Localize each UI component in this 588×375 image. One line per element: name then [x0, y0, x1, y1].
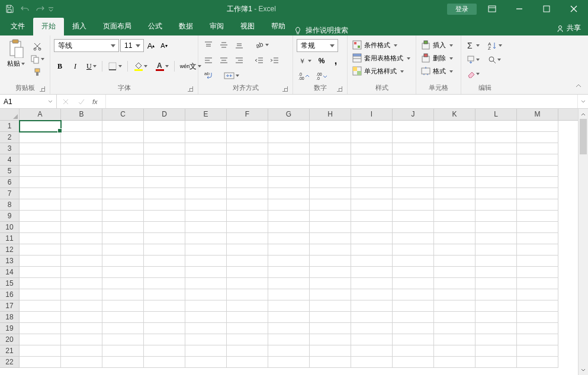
cell[interactable] — [268, 154, 310, 166]
cell[interactable] — [185, 357, 227, 368]
cell[interactable] — [310, 334, 351, 345]
cell[interactable] — [102, 300, 144, 312]
column-header[interactable]: M — [517, 109, 558, 120]
cell[interactable] — [351, 233, 393, 244]
cell[interactable] — [185, 345, 227, 357]
bold-button[interactable]: B — [54, 60, 66, 72]
format-cells-button[interactable]: 格式 — [420, 66, 454, 76]
cell[interactable] — [268, 188, 310, 199]
cell[interactable] — [393, 132, 434, 143]
cell[interactable] — [517, 334, 558, 345]
cell[interactable] — [434, 334, 475, 345]
cell[interactable] — [144, 334, 185, 345]
cell[interactable] — [20, 166, 61, 177]
cell[interactable] — [102, 222, 144, 233]
cell[interactable] — [517, 278, 558, 289]
cell[interactable] — [20, 278, 61, 289]
cell[interactable] — [144, 177, 185, 188]
cell[interactable] — [227, 211, 268, 222]
vertical-scrollbar[interactable] — [578, 109, 588, 375]
cell[interactable] — [517, 166, 558, 177]
cell[interactable] — [102, 188, 144, 199]
cell[interactable] — [475, 244, 517, 256]
cell[interactable] — [434, 323, 475, 334]
cell[interactable] — [434, 222, 475, 233]
cell[interactable] — [393, 345, 434, 357]
cell[interactable] — [144, 121, 185, 132]
cell[interactable] — [310, 143, 351, 154]
scroll-down-button[interactable] — [579, 365, 588, 375]
cell[interactable] — [475, 132, 517, 143]
align-bottom-button[interactable] — [233, 39, 246, 51]
cell[interactable] — [227, 199, 268, 211]
cell[interactable] — [393, 357, 434, 368]
cell[interactable] — [102, 334, 144, 345]
formula-input[interactable] — [106, 95, 577, 108]
cell[interactable] — [185, 256, 227, 267]
tell-me-search[interactable]: 操作说明搜索 — [294, 25, 348, 35]
cell[interactable] — [351, 278, 393, 289]
cell[interactable] — [268, 345, 310, 357]
cell[interactable] — [434, 267, 475, 278]
cell[interactable] — [310, 244, 351, 256]
cell[interactable] — [393, 323, 434, 334]
name-box-dropdown[interactable] — [46, 97, 55, 106]
cell[interactable] — [61, 177, 102, 188]
cell[interactable] — [20, 256, 61, 267]
cell[interactable] — [310, 278, 351, 289]
cell[interactable] — [351, 211, 393, 222]
clear-button[interactable] — [465, 68, 481, 80]
cell[interactable] — [393, 211, 434, 222]
cell[interactable] — [102, 177, 144, 188]
cell[interactable] — [393, 177, 434, 188]
cell[interactable] — [227, 132, 268, 143]
column-header[interactable]: A — [20, 109, 61, 120]
cell[interactable] — [310, 312, 351, 323]
cell[interactable] — [517, 244, 558, 256]
cell[interactable] — [102, 323, 144, 334]
cell[interactable] — [517, 289, 558, 300]
cell[interactable] — [517, 233, 558, 244]
cell[interactable] — [227, 345, 268, 357]
cell[interactable] — [185, 267, 227, 278]
percent-button[interactable]: % — [316, 55, 327, 67]
cell[interactable] — [102, 132, 144, 143]
cell[interactable] — [434, 244, 475, 256]
cell[interactable] — [144, 211, 185, 222]
cell[interactable] — [61, 233, 102, 244]
cell[interactable] — [227, 166, 268, 177]
cancel-formula-button[interactable] — [60, 96, 71, 107]
cell[interactable] — [185, 233, 227, 244]
cell[interactable] — [310, 211, 351, 222]
cell[interactable] — [517, 177, 558, 188]
cell[interactable] — [185, 199, 227, 211]
decrease-indent-button[interactable] — [253, 54, 266, 66]
align-middle-button[interactable] — [217, 39, 230, 51]
save-icon[interactable] — [2, 2, 17, 16]
cell[interactable] — [102, 143, 144, 154]
cell[interactable] — [434, 166, 475, 177]
format-as-table-button[interactable]: 套用表格格式 — [351, 53, 412, 63]
cell[interactable] — [517, 121, 558, 132]
row-header[interactable]: 16 — [0, 289, 19, 300]
cell[interactable] — [475, 177, 517, 188]
copy-button[interactable] — [28, 53, 46, 65]
cell[interactable] — [20, 312, 61, 323]
cell[interactable] — [475, 267, 517, 278]
cell[interactable] — [393, 334, 434, 345]
select-all-button[interactable] — [0, 109, 20, 121]
cell[interactable] — [517, 143, 558, 154]
cell[interactable] — [351, 323, 393, 334]
cell[interactable] — [20, 132, 61, 143]
cell[interactable] — [61, 312, 102, 323]
cell[interactable] — [102, 154, 144, 166]
tab-review[interactable]: 审阅 — [201, 18, 232, 35]
cell[interactable] — [20, 334, 61, 345]
scroll-thumb[interactable] — [580, 119, 587, 154]
cell[interactable] — [144, 289, 185, 300]
cell[interactable] — [393, 267, 434, 278]
conditional-format-button[interactable]: 条件格式 — [351, 40, 399, 50]
close-icon[interactable] — [562, 1, 586, 17]
cell[interactable] — [227, 300, 268, 312]
cell[interactable] — [475, 233, 517, 244]
